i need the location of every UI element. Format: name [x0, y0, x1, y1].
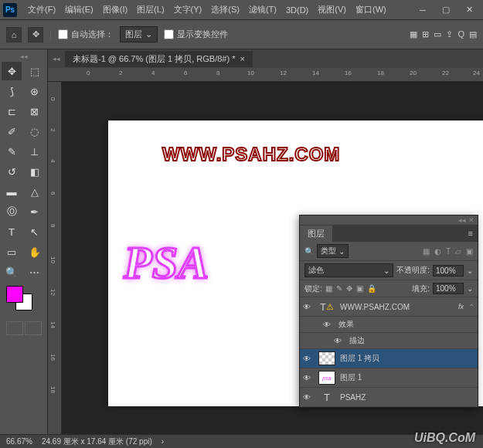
filter-pixel-icon[interactable]: ▦: [423, 247, 430, 256]
3d-mode-icon[interactable]: ▭: [434, 29, 441, 39]
fx-badge[interactable]: fx: [458, 303, 464, 311]
menu-filter[interactable]: 滤镜(T): [244, 4, 281, 15]
visibility-icon[interactable]: 👁: [323, 321, 334, 329]
dodge-tool[interactable]: Ⓞ: [2, 202, 22, 221]
visibility-icon[interactable]: 👁: [303, 393, 314, 402]
lasso-tool[interactable]: ⟆: [2, 82, 22, 100]
gradient-tool[interactable]: ▬: [2, 182, 22, 201]
blend-mode-select[interactable]: 滤色 ⌄: [304, 263, 393, 277]
lock-artboard-icon[interactable]: ▣: [356, 284, 363, 293]
pen-tool[interactable]: ✒: [25, 202, 45, 221]
document-tab[interactable]: 未标题-1 @ 66.7% (图层 1 拷贝, RGB/8#) * ×: [65, 51, 253, 67]
hand-tool[interactable]: ✋: [25, 243, 45, 261]
fill-input[interactable]: 100%: [433, 283, 464, 294]
menu-3d[interactable]: 3D(D): [281, 5, 313, 15]
chevron-down-icon[interactable]: ⌄: [467, 266, 473, 275]
minimize-button[interactable]: ─: [412, 2, 434, 18]
marquee-tool[interactable]: ⬚: [25, 62, 45, 80]
eyedropper-tool[interactable]: ✐: [2, 122, 22, 141]
doc-handle-icon[interactable]: ◂◂: [53, 55, 60, 63]
tool-panel: ◂◂ ✥ ⬚ ⟆ ⊛ ⊏ ⊠ ✐ ◌ ✎ ⊥ ↺ ◧ ▬ △ Ⓞ ✒ T ↖ ▭…: [0, 49, 48, 434]
visibility-icon[interactable]: 👁: [303, 355, 314, 363]
home-icon[interactable]: ⌂: [6, 27, 22, 42]
brush-tool[interactable]: ✎: [2, 142, 22, 161]
layer-name[interactable]: 图层 1 拷贝: [340, 353, 379, 364]
shape-tool[interactable]: ▭: [2, 243, 22, 261]
color-swatches[interactable]: [2, 286, 46, 317]
auto-select-target[interactable]: 图层 ⌄: [120, 26, 158, 42]
filter-smart-icon[interactable]: ▣: [466, 247, 473, 256]
lock-brush-icon[interactable]: ✎: [336, 284, 342, 293]
move-tool[interactable]: ✥: [2, 62, 22, 80]
menu-image[interactable]: 图像(I): [98, 4, 132, 15]
filter-type-icon[interactable]: T: [446, 247, 451, 256]
layer-name[interactable]: PSAHZ: [340, 393, 366, 402]
layers-panel[interactable]: ◂◂ ✕ 图层 ≡ 🔍 类型 ⌄ ▦ ◐ T ▱ ▣ 滤色 ⌄ 不透明度: 10…: [299, 215, 478, 408]
history-brush-tool[interactable]: ↺: [2, 162, 22, 181]
frame-tool[interactable]: ⊠: [25, 102, 45, 120]
menu-type[interactable]: 文字(Y): [169, 4, 207, 15]
layers-tab[interactable]: 图层: [300, 226, 332, 242]
show-transform-checkbox[interactable]: 显示变换控件: [164, 29, 228, 40]
path-select-tool[interactable]: ↖: [25, 222, 45, 241]
chevron-up-icon[interactable]: ⌃: [468, 303, 474, 311]
search-icon[interactable]: 🔍: [304, 247, 314, 256]
blur-tool[interactable]: △: [25, 182, 45, 201]
foreground-swatch[interactable]: [6, 286, 23, 303]
close-button[interactable]: ✕: [458, 2, 480, 18]
layer-thumbnail[interactable]: [318, 351, 335, 365]
zoom-level[interactable]: 66.67%: [6, 437, 32, 446]
menu-view[interactable]: 视图(V): [313, 4, 351, 15]
lock-all-icon[interactable]: 🔒: [367, 284, 376, 293]
maximize-button[interactable]: ▢: [435, 2, 457, 18]
visibility-icon[interactable]: 👁: [334, 337, 345, 345]
menu-layer[interactable]: 图层(L): [132, 4, 168, 15]
share-icon[interactable]: ⇪: [446, 29, 453, 39]
lock-position-icon[interactable]: ✥: [346, 284, 352, 293]
auto-select-checkbox[interactable]: 自动选择：: [58, 29, 114, 40]
layer-row[interactable]: 👁 图层 1 拷贝: [300, 349, 478, 368]
crop-tool[interactable]: ⊏: [2, 102, 22, 120]
ps-logo: Ps: [3, 3, 17, 17]
layer-row[interactable]: 👁 T⚠ WWW.PSAHZ.COM fx ⌃: [300, 297, 478, 317]
visibility-icon[interactable]: 👁: [303, 374, 314, 382]
panel-menu-icon[interactable]: ≡: [464, 229, 478, 238]
menu-select[interactable]: 选择(S): [206, 4, 244, 15]
menu-file[interactable]: 文件(F): [23, 4, 60, 15]
lock-pixels-icon[interactable]: ▦: [325, 284, 332, 293]
filter-shape-icon[interactable]: ▱: [455, 247, 461, 256]
opacity-input[interactable]: 100%: [433, 265, 464, 277]
layer-row[interactable]: 👁 T PSAHZ: [300, 388, 478, 407]
patch-tool[interactable]: ◌: [25, 122, 45, 141]
search-icon[interactable]: Q: [457, 29, 464, 39]
layer-name[interactable]: WWW.PSAHZ.COM: [340, 303, 410, 311]
menu-edit[interactable]: 编辑(E): [60, 4, 98, 15]
panel-icon[interactable]: ⊞: [422, 29, 429, 39]
filter-adjust-icon[interactable]: ◐: [434, 247, 441, 256]
quickmask-button[interactable]: [6, 321, 23, 335]
effects-label: 效果: [338, 319, 354, 330]
zoom-tool[interactable]: 🔍: [2, 263, 22, 281]
layer-row[interactable]: 👁 psa 图层 1: [300, 368, 478, 388]
close-tab-icon[interactable]: ×: [240, 54, 244, 63]
layer-stroke-row[interactable]: 👁 描边: [300, 333, 478, 349]
panel-handle-icon[interactable]: ◂◂: [2, 53, 46, 60]
arrange-icon[interactable]: ▤: [469, 29, 477, 39]
edit-toolbar[interactable]: ⋯: [25, 263, 45, 281]
menu-window[interactable]: 窗口(W): [351, 4, 391, 15]
screenmode-button[interactable]: [25, 321, 42, 335]
visibility-icon[interactable]: 👁: [303, 303, 314, 311]
layer-effects-row[interactable]: 👁 效果: [300, 317, 478, 333]
layer-thumbnail[interactable]: psa: [318, 371, 335, 385]
move-tool-icon[interactable]: ✥: [28, 27, 43, 42]
doc-dimensions[interactable]: 24.69 厘米 x 17.64 厘米 (72 ppi): [42, 436, 152, 447]
chevron-down-icon[interactable]: ⌄: [467, 284, 473, 293]
chevron-right-icon[interactable]: ›: [162, 437, 164, 446]
layer-name[interactable]: 图层 1: [340, 372, 362, 383]
type-tool[interactable]: T: [2, 222, 22, 241]
quick-select-tool[interactable]: ⊛: [25, 82, 45, 100]
stamp-tool[interactable]: ⊥: [25, 142, 45, 161]
align-icon[interactable]: ▦: [410, 29, 417, 39]
filter-kind-select[interactable]: 类型 ⌄: [317, 244, 349, 258]
eraser-tool[interactable]: ◧: [25, 162, 45, 181]
